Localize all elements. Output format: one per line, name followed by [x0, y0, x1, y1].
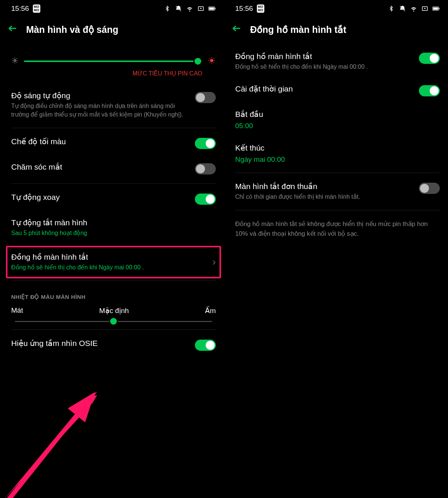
wifi-icon [410, 5, 417, 12]
row-title: Cài đặt thời gian [235, 84, 293, 93]
svg-rect-16 [433, 7, 438, 10]
temp-default-label: Mặc định [99, 306, 129, 315]
bluetooth-icon [388, 5, 395, 12]
svg-rect-4 [209, 7, 214, 10]
app-badge-icon: MOMO [257, 4, 265, 13]
row-title: Chăm sóc mắt [11, 163, 62, 171]
row-title: Tự động xoay [11, 193, 60, 202]
eye-care-toggle[interactable] [195, 163, 216, 174]
status-bar: 15:56 MOMO [0, 0, 224, 16]
simple-aod-toggle[interactable] [419, 183, 440, 194]
osie-row[interactable]: Hiệu ứng tầm nhìn OSIE [11, 332, 216, 358]
temp-warm-label: Ấm [205, 306, 216, 315]
time-setting-toggle[interactable] [419, 85, 440, 96]
cast-icon [197, 5, 205, 12]
auto-brightness-toggle[interactable] [195, 92, 216, 103]
svg-rect-5 [215, 8, 216, 10]
always-on-clock-row-highlight: Đồng hồ màn hình tắt Đồng hồ sẽ hiển thị… [6, 246, 221, 278]
temp-cool-label: Mát [11, 306, 23, 315]
status-time: 15:56 [235, 4, 253, 13]
row-sub: Chỉ có thời gian được hiển thị khi màn h… [235, 192, 413, 201]
row-title: Màn hình tắt đơn thuần [235, 182, 413, 191]
time-setting-row[interactable]: Cài đặt thời gian [235, 78, 440, 103]
back-button[interactable] [231, 23, 242, 36]
aod-enable-toggle[interactable] [419, 53, 440, 64]
aod-battery-note: Đồng hồ màn hình tắt sẽ không được hiển … [235, 213, 440, 245]
color-temp-header: NHIỆT ĐỘ MÀU MÀN HÌNH [11, 283, 216, 304]
bluetooth-icon [164, 5, 171, 12]
page-title: Đồng hồ màn hình tắt [250, 24, 346, 35]
back-button[interactable] [7, 23, 18, 36]
mute-icon [399, 5, 406, 12]
app-badge-icon: MOMO [33, 4, 41, 13]
dark-mode-row[interactable]: Chế độ tối màu [11, 130, 216, 156]
row-sub: Đồng hồ sẽ hiển thị cho đến khi Ngày mai… [235, 62, 413, 71]
chevron-right-icon: › [212, 256, 216, 268]
divider [11, 330, 216, 330]
auto-brightness-row[interactable]: Độ sáng tự động Tự động điều chỉnh độ sá… [11, 84, 216, 126]
end-label: Kết thúc [235, 143, 264, 152]
mute-icon [175, 5, 182, 12]
brightness-warning: MỨC TIÊU THỤ PIN CAO [11, 68, 216, 84]
header: Màn hình và độ sáng [0, 16, 224, 45]
status-time: 15:56 [11, 4, 29, 13]
divider [235, 210, 440, 210]
osie-toggle[interactable] [195, 340, 216, 351]
screen-display-settings: 15:56 MOMO Màn hình và độ sáng [0, 0, 224, 498]
cast-icon [421, 5, 429, 12]
auto-screen-off-row[interactable]: Tự động tắt màn hình Sau 5 phút không ho… [11, 211, 216, 244]
dark-mode-toggle[interactable] [195, 138, 216, 149]
status-bar: 15:56 MOMO [224, 0, 448, 16]
row-title: Đồng hồ màn hình tắt [11, 253, 206, 262]
page-title: Màn hình và độ sáng [26, 24, 118, 35]
color-temp-slider[interactable] [15, 321, 212, 322]
row-title: Tự động tắt màn hình [11, 218, 216, 227]
auto-rotate-row[interactable]: Tự động xoay [11, 186, 216, 211]
simple-aod-row[interactable]: Màn hình tắt đơn thuần Chỉ có thời gian … [235, 175, 440, 208]
always-on-clock-row[interactable]: Đồng hồ màn hình tắt Đồng hồ sẽ hiển thị… [11, 253, 216, 272]
end-time-row[interactable]: Kết thúc Ngày mai 00:00 [235, 137, 440, 170]
svg-point-6 [14, 60, 16, 62]
aod-enable-row[interactable]: Đồng hồ màn hình tắt Đồng hồ sẽ hiển thị… [235, 45, 440, 78]
divider [11, 183, 216, 184]
row-title: Hiệu ứng tầm nhìn OSIE [11, 339, 98, 348]
row-sub: Sau 5 phút không hoạt động [11, 229, 216, 237]
start-time-row[interactable]: Bắt đầu 05:00 [235, 103, 440, 137]
row-sub: Tự động điều chỉnh độ sáng màn hình dựa … [11, 102, 189, 119]
row-sub: Đồng hồ sẽ hiển thị cho đến khi Ngày mai… [11, 263, 206, 272]
auto-rotate-toggle[interactable] [195, 194, 216, 205]
eye-care-row[interactable]: Chăm sóc mắt [11, 156, 216, 181]
header: Đồng hồ màn hình tắt [224, 16, 448, 45]
divider [11, 281, 216, 281]
end-value: Ngày mai 00:00 [235, 155, 285, 164]
brightness-high-icon [208, 56, 216, 66]
start-label: Bắt đầu [235, 110, 263, 119]
brightness-slider[interactable] [24, 61, 202, 62]
brightness-low-icon [11, 57, 19, 66]
svg-rect-17 [439, 8, 440, 10]
divider [235, 173, 440, 173]
row-title: Độ sáng tự động [11, 91, 189, 100]
brightness-slider-row [11, 45, 216, 68]
screen-aod-settings: 15:56 MOMO Đồng hồ màn hình tắt [224, 0, 448, 498]
start-value: 05:00 [235, 122, 253, 130]
battery-icon [432, 5, 440, 12]
svg-point-7 [210, 59, 213, 62]
row-title: Chế độ tối màu [11, 137, 66, 146]
divider [11, 128, 216, 128]
wifi-icon [186, 5, 193, 12]
row-title: Đồng hồ màn hình tắt [235, 52, 413, 61]
battery-icon [208, 5, 216, 12]
